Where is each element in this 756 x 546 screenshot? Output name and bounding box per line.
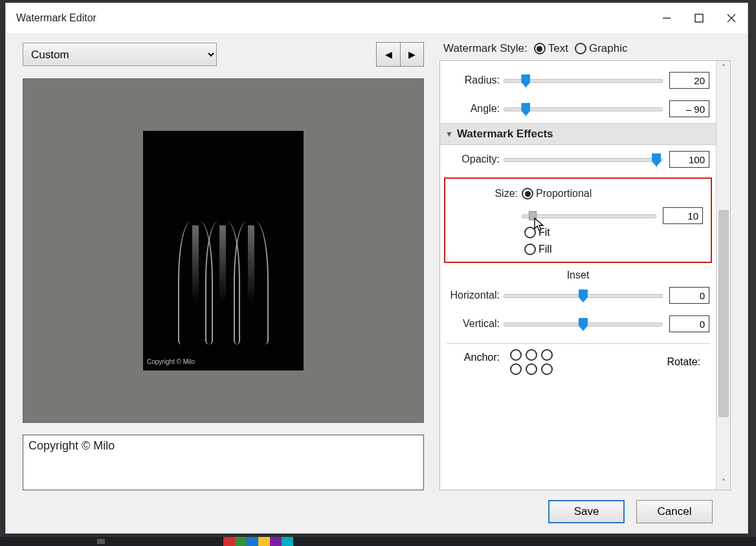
watermark-overlay: Copyright © Milo — [147, 358, 195, 365]
preview-nav: ◀ ▶ — [376, 42, 424, 67]
radius-input[interactable] — [669, 72, 709, 89]
titlebar: Watermark Editor — [6, 3, 748, 33]
triangle-left-icon: ◀ — [385, 49, 392, 60]
color-palette — [223, 537, 293, 546]
svg-rect-1 — [695, 14, 703, 22]
cancel-button[interactable]: Cancel — [636, 500, 713, 523]
angle-slider[interactable] — [504, 102, 663, 116]
radius-slider[interactable] — [504, 73, 663, 87]
dialog-footer: Save Cancel — [23, 490, 731, 533]
inset-vertical-slider[interactable] — [504, 317, 663, 331]
scrollbar-thumb[interactable] — [718, 210, 729, 417]
rotate-label: Rotate: — [667, 356, 709, 368]
size-proportional-radio[interactable]: Proportional — [522, 188, 592, 199]
size-slider[interactable] — [522, 209, 656, 223]
watermark-text-input[interactable]: Copyright © Milo — [23, 435, 424, 490]
inset-header: Inset — [440, 269, 716, 281]
taskbar-sliver — [0, 537, 756, 546]
scroll-up-icon[interactable]: ˄ — [717, 61, 731, 75]
opacity-row: Opacity: — [440, 145, 716, 174]
prev-image-button[interactable]: ◀ — [377, 43, 400, 66]
preset-dropdown[interactable]: Custom — [23, 43, 217, 66]
size-fit-radio[interactable]: Fit — [524, 227, 709, 238]
window-title: Watermark Editor — [16, 12, 96, 24]
scroll-down-icon[interactable]: ˅ — [717, 475, 731, 490]
watermark-style-row: Watermark Style: Text Graphic — [439, 42, 731, 55]
next-image-button[interactable]: ▶ — [400, 43, 423, 66]
inset-horizontal-input[interactable] — [669, 287, 709, 304]
inset-horizontal-slider[interactable] — [504, 288, 663, 302]
triangle-right-icon: ▶ — [408, 49, 416, 60]
opacity-slider[interactable] — [504, 152, 663, 166]
close-button[interactable] — [715, 3, 748, 33]
effects-section-header[interactable]: ▼ Watermark Effects — [440, 123, 716, 145]
inset-horizontal-row: Horizontal: — [440, 281, 716, 310]
size-highlight: Size: Proportional — [444, 177, 712, 263]
radius-row: Radius: — [440, 66, 716, 95]
effects-scroll-area: Radius: Angle: — [440, 61, 716, 490]
disclosure-triangle-icon: ▼ — [445, 130, 453, 139]
left-column: Custom ◀ ▶ Copyright © Milo Copyr — [23, 42, 424, 490]
anchor-grid[interactable] — [510, 349, 553, 375]
watermark-style-label: Watermark Style: — [443, 42, 528, 55]
divider — [447, 343, 709, 344]
opacity-input[interactable] — [669, 151, 709, 168]
save-button[interactable]: Save — [548, 500, 625, 523]
style-graphic-radio[interactable]: Graphic — [575, 42, 628, 55]
minimize-button[interactable] — [650, 3, 683, 33]
angle-row: Angle: — [440, 95, 716, 123]
right-column: Watermark Style: Text Graphic Radius: — [439, 42, 731, 490]
inset-vertical-row: Vertical: — [440, 310, 716, 338]
preview-photo: Copyright © Milo — [143, 131, 304, 370]
preview-panel: Copyright © Milo — [23, 78, 424, 423]
style-text-radio[interactable]: Text — [534, 42, 568, 55]
watermark-editor-window: Watermark Editor Custom ◀ ▶ — [5, 3, 748, 534]
inset-vertical-input[interactable] — [669, 315, 709, 332]
angle-input[interactable] — [669, 100, 709, 117]
scrollbar[interactable]: ˄ ˅ — [716, 61, 730, 490]
size-fill-radio[interactable]: Fill — [524, 244, 709, 255]
size-input[interactable] — [663, 207, 703, 224]
anchor-row: Anchor: Rotate: — [440, 349, 716, 375]
maximize-button[interactable] — [683, 3, 715, 33]
